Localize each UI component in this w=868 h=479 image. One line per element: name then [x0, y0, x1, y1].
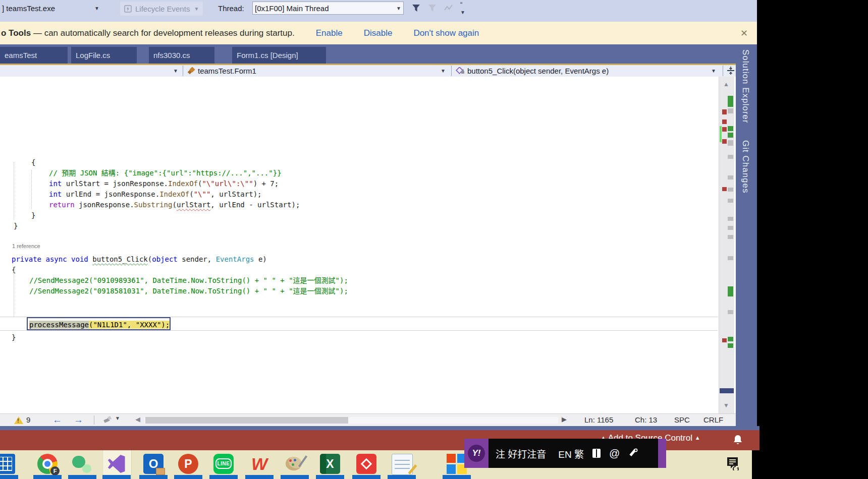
- warning-icon[interactable]: [14, 416, 23, 424]
- tab-solution-explorer[interactable]: Solution Explorer: [740, 49, 750, 123]
- enable-link[interactable]: Enable: [316, 28, 343, 38]
- chevron-down-icon[interactable]: ▼: [115, 415, 120, 421]
- taskbar-icon-chrome[interactable]: [37, 454, 58, 474]
- taskbar-icon-diamond[interactable]: [356, 454, 376, 474]
- tab-eamstest[interactable]: eamsTest: [0, 47, 68, 64]
- tab-form1-cs-design-[interactable]: Form1.cs [Design]: [232, 47, 326, 64]
- codelens-references[interactable]: 1 reference: [12, 243, 40, 249]
- info-bar-title: o Tools: [1, 28, 31, 38]
- disable-link[interactable]: Disable: [364, 28, 393, 38]
- chevron-down-icon[interactable]: ▼: [173, 68, 178, 74]
- scrollbar-mark-gray: [728, 140, 733, 146]
- taskbar-icon-line[interactable]: [213, 454, 234, 474]
- horizontal-scrollbar[interactable]: [144, 417, 558, 424]
- scrollbar-mark-navy: [720, 388, 734, 393]
- taskbar-icon-paint[interactable]: [285, 454, 305, 474]
- ime-language-label[interactable]: EN 繁: [558, 447, 584, 460]
- tab-git-changes[interactable]: Git Changes: [740, 140, 750, 194]
- navigate-back-icon[interactable]: ←: [52, 414, 62, 426]
- scrollbar-mark-gray: [728, 217, 733, 221]
- vertical-scrollbar[interactable]: ▲ ▼: [719, 77, 734, 413]
- code-line: }: [31, 210, 35, 221]
- taskbar-running-indicator: [102, 475, 131, 479]
- taskbar-icon-tiles[interactable]: [447, 454, 467, 474]
- editor-status-bar: 9 ← → ▼ ◀ ▶ Ln: 1165 Ch: 13 SPC CRLF: [0, 413, 736, 427]
- h-scroll-left-icon[interactable]: ◀: [135, 415, 140, 423]
- scroll-up-icon[interactable]: ▲: [723, 81, 729, 88]
- scrollbar-thumb[interactable]: [145, 417, 348, 424]
- code-line: {: [31, 157, 35, 168]
- filter-icon[interactable]: [412, 4, 420, 12]
- info-bar: o Tools — can automatically search for d…: [0, 22, 757, 44]
- chevron-down-icon[interactable]: ▼: [441, 68, 446, 74]
- info-bar-message: — can automatically search for developme…: [31, 28, 295, 38]
- chevron-down-icon: ▼: [194, 6, 199, 12]
- line-indicator: Ln: 1165: [584, 415, 613, 424]
- taskbar-icon-wechat[interactable]: [72, 454, 92, 474]
- scrollbar-mark-red: [722, 119, 727, 124]
- action-center-icon[interactable]: [726, 456, 740, 470]
- taskbar-running-indicator: [209, 475, 238, 479]
- code-editor[interactable]: {// 預期 JSON 結構: {"image":{"url":"https:/…: [0, 77, 736, 413]
- ime-toolbar[interactable]: Y! 注 好打注音 EN 繁 @: [464, 439, 666, 468]
- close-icon[interactable]: ✕: [740, 28, 748, 39]
- taskbar-icon-excel[interactable]: [320, 454, 340, 474]
- indent-guide: [14, 162, 14, 220]
- scrollbar-mark-green: [728, 343, 733, 348]
- chevron-down-icon[interactable]: ▼: [711, 68, 716, 74]
- tab-nfs3030-cs[interactable]: nfs3030.cs: [149, 47, 214, 64]
- taskbar-icon-wps[interactable]: [249, 454, 269, 474]
- scrollbar-mark-green: [728, 133, 733, 138]
- split-window-icon[interactable]: [727, 67, 735, 75]
- navigate-forward-icon[interactable]: →: [74, 414, 83, 426]
- scrollbar-mark-red: [722, 187, 727, 191]
- eol-indicator: CRLF: [703, 415, 723, 424]
- scrollbar-mark-bright: [720, 126, 722, 142]
- document-tab-strip: ▼ eamsTestLogFile.csnfs3030.csForm1.cs […: [0, 44, 736, 65]
- chevron-down-icon[interactable]: ▼: [94, 6, 99, 11]
- ime-brand-icon[interactable]: Y!: [464, 439, 489, 468]
- divider: [94, 415, 94, 425]
- warning-count[interactable]: 9: [26, 415, 30, 424]
- taskbar-icon-calc[interactable]: [0, 454, 15, 474]
- scrollbar-mark-gray: [728, 155, 733, 159]
- flatten-icon: [444, 5, 453, 12]
- method-private-icon: [456, 67, 465, 75]
- taskbar-running-indicator: [352, 475, 381, 479]
- lifecycle-events-button[interactable]: Lifecycle Events ▼: [120, 2, 203, 16]
- code-line: int urlEnd = jsonResponse.IndexOf("\"", …: [49, 189, 262, 200]
- taskbar-running-indicator: [0, 475, 18, 479]
- eraser-icon[interactable]: [103, 416, 112, 424]
- taskbar-running-indicator: [139, 475, 168, 479]
- ime-symbols-icon[interactable]: @: [609, 447, 620, 459]
- type-combo[interactable]: teamsTest.Form1: [198, 67, 256, 75]
- scrollbar-mark-gray: [728, 199, 733, 203]
- h-scroll-right-icon[interactable]: ▶: [562, 415, 567, 423]
- class-icon: [188, 67, 196, 75]
- taskbar-icon-ppt[interactable]: [178, 454, 198, 474]
- member-combo[interactable]: button5_Click(object sender, EventArgs e…: [467, 67, 609, 75]
- process-combo[interactable]: ] teamsTest.exe: [2, 4, 55, 13]
- taskbar-icon-vs[interactable]: [106, 454, 127, 474]
- ime-tools-icon[interactable]: [628, 448, 638, 458]
- dont-show-again-link[interactable]: Don't show again: [413, 28, 479, 38]
- clear-filter-icon: [428, 4, 436, 12]
- scrollbar-mark-red: [722, 127, 727, 132]
- ime-mode-label[interactable]: 注 好打注音: [496, 447, 546, 460]
- indent-guide: [14, 270, 14, 317]
- taskbar-icon-notepad[interactable]: [392, 454, 413, 475]
- lightning-icon: [124, 5, 132, 13]
- ime-dictionary-icon[interactable]: [592, 448, 601, 458]
- column-indicator: Ch: 13: [635, 415, 657, 424]
- scrollbar-mark-green: [728, 286, 733, 296]
- taskbar-running-indicator: [281, 475, 309, 479]
- thread-combo[interactable]: [0x1F00] Main Thread ▼: [252, 2, 404, 15]
- tab-logfile-cs[interactable]: LogFile.cs: [71, 47, 137, 64]
- navigation-bar: ▼ teamsTest.Form1 ▼ button5_Click(object…: [0, 65, 736, 77]
- ime-drag-handle[interactable]: [658, 439, 666, 468]
- toolbar-overflow-button[interactable]: “▼: [460, 1, 465, 16]
- bell-icon[interactable]: [733, 434, 743, 445]
- taskbar-icon-outlook[interactable]: [143, 454, 164, 474]
- scroll-down-icon[interactable]: ▼: [723, 402, 729, 409]
- scrollbar-mark-gray: [728, 175, 733, 179]
